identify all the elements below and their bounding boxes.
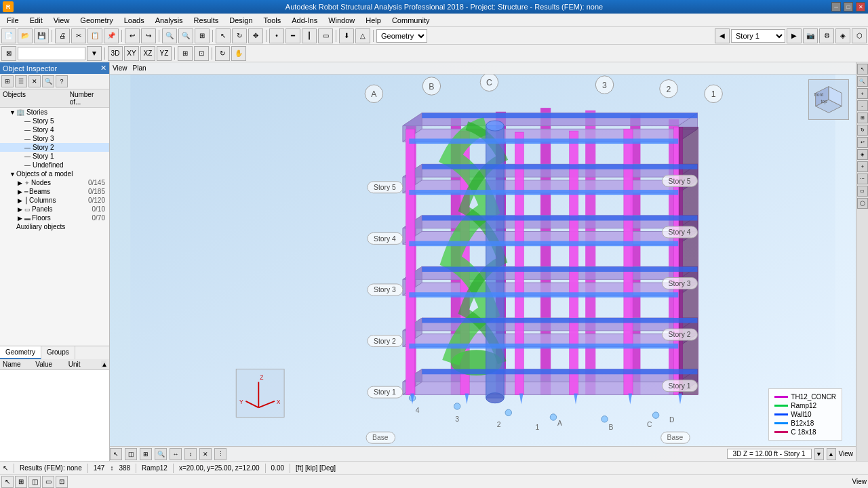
story-dropdown[interactable]: Story 1 bbox=[731, 29, 785, 43]
rp-btn8[interactable]: ◈ bbox=[857, 149, 868, 160]
menu-addins[interactable]: Add-Ins bbox=[286, 15, 323, 26]
rp-btn1[interactable]: ↖ bbox=[857, 64, 868, 75]
support-button[interactable]: △ bbox=[355, 28, 370, 43]
snap-node-btn[interactable]: ⊡ bbox=[194, 46, 209, 61]
viewport[interactable]: View Plan bbox=[110, 62, 856, 461]
scroll-right[interactable]: ▲ bbox=[101, 361, 106, 368]
inspector-close[interactable]: ✕ bbox=[100, 64, 106, 73]
node-button[interactable]: • bbox=[269, 28, 284, 43]
menu-edit[interactable]: Edit bbox=[24, 15, 48, 26]
story-nav-prev[interactable]: ◀ bbox=[715, 28, 730, 43]
zoom-in-button[interactable]: 🔍 bbox=[162, 28, 177, 43]
menu-design[interactable]: Design bbox=[224, 15, 258, 26]
vp-btn8[interactable]: ⋮ bbox=[214, 448, 226, 460]
zoom-all-button[interactable]: ⊞ bbox=[195, 28, 210, 43]
new-button[interactable]: 📄 bbox=[1, 28, 16, 43]
viewyz-btn[interactable]: YZ bbox=[157, 46, 172, 61]
rp-btn12[interactable]: ◯ bbox=[857, 198, 868, 209]
tree-story4[interactable]: — Story 4 bbox=[0, 125, 109, 134]
insp-btn1[interactable]: ⊞ bbox=[1, 75, 14, 87]
vp-btn3[interactable]: ⊞ bbox=[140, 448, 152, 460]
insp-btn3[interactable]: ✕ bbox=[28, 75, 41, 87]
camera-btn[interactable]: 📷 bbox=[803, 28, 818, 43]
rotate3d-btn[interactable]: ↻ bbox=[215, 46, 230, 61]
vp-arrow-up[interactable]: ▲ bbox=[827, 448, 836, 460]
menu-view[interactable]: View bbox=[48, 15, 75, 26]
insp-btn2[interactable]: ☰ bbox=[15, 75, 27, 87]
tree-floors[interactable]: ▶ ▬ Floors 0/70 bbox=[0, 214, 109, 222]
tree-story5[interactable]: — Story 5 bbox=[0, 117, 109, 125]
rp-btn2[interactable]: 🔍 bbox=[857, 76, 868, 87]
insp-search[interactable]: 🔍 bbox=[42, 75, 54, 87]
tab-geometry[interactable]: Geometry bbox=[0, 346, 41, 359]
vp-btn6[interactable]: ↕ bbox=[184, 448, 197, 460]
undo-button[interactable]: ↩ bbox=[125, 28, 140, 43]
vp-btn2[interactable]: ◫ bbox=[125, 448, 137, 460]
tree-undefined[interactable]: — Undefined bbox=[0, 161, 109, 169]
story-nav-next[interactable]: ▶ bbox=[787, 28, 802, 43]
menu-window[interactable]: Window bbox=[323, 15, 360, 26]
tree-story3[interactable]: — Story 3 bbox=[0, 134, 109, 143]
tree-nodes[interactable]: ▶ ✦ Nodes 0/145 bbox=[0, 178, 109, 187]
tree-stories[interactable]: ▼ 🏢 Stories bbox=[0, 108, 109, 117]
view3d-btn[interactable]: 3D bbox=[108, 46, 123, 61]
menu-help[interactable]: Help bbox=[360, 15, 387, 26]
select-button[interactable]: ↖ bbox=[216, 28, 231, 43]
plan-tab[interactable]: Plan bbox=[133, 64, 146, 72]
display-btn[interactable]: ◈ bbox=[835, 28, 850, 43]
zoom-out-button[interactable]: 🔍 bbox=[178, 28, 193, 43]
filter-btn[interactable]: ▼ bbox=[87, 46, 102, 61]
tree-beams[interactable]: ▶ ━ Beams 0/185 bbox=[0, 187, 109, 196]
bt-btn5[interactable]: ⊡ bbox=[56, 476, 68, 488]
tree-story2[interactable]: — Story 2 bbox=[0, 143, 109, 152]
load-button[interactable]: ⬇ bbox=[339, 28, 354, 43]
menu-tools[interactable]: Tools bbox=[258, 15, 287, 26]
vp-btn5[interactable]: ↔ bbox=[170, 448, 182, 460]
menu-community[interactable]: Community bbox=[387, 15, 435, 26]
menu-file[interactable]: File bbox=[1, 15, 24, 26]
pan-btn[interactable]: ✋ bbox=[231, 46, 246, 61]
rp-btn7[interactable]: ↩ bbox=[857, 137, 868, 148]
rp-btn4[interactable]: - bbox=[857, 100, 868, 111]
close-button[interactable]: ✕ bbox=[856, 2, 865, 12]
menu-loads[interactable]: Loads bbox=[119, 15, 150, 26]
rotate-button[interactable]: ↻ bbox=[232, 28, 247, 43]
bt-btn1[interactable]: ↖ bbox=[1, 476, 14, 488]
settings-btn[interactable]: ⚙ bbox=[819, 28, 834, 43]
selection-input[interactable] bbox=[18, 47, 85, 60]
rp-btn5[interactable]: ⊞ bbox=[857, 113, 868, 123]
mode-dropdown[interactable]: Geometry bbox=[376, 29, 427, 43]
maximize-button[interactable]: □ bbox=[844, 2, 853, 12]
bt-btn3[interactable]: ◫ bbox=[28, 476, 41, 488]
view-tab[interactable]: View bbox=[113, 64, 127, 72]
insp-help[interactable]: ? bbox=[56, 75, 68, 87]
tb-btn4[interactable]: 📌 bbox=[104, 28, 119, 43]
beam-button[interactable]: ━ bbox=[285, 28, 300, 43]
viewxz-btn[interactable]: XZ bbox=[140, 46, 155, 61]
panel-button[interactable]: ▭ bbox=[318, 28, 333, 43]
save-button[interactable]: 💾 bbox=[34, 28, 49, 43]
snap-grid-btn[interactable]: ⊞ bbox=[178, 46, 193, 61]
tree-columns[interactable]: ▶ ┃ Columns 0/120 bbox=[0, 196, 109, 205]
vp-btn1[interactable]: ↖ bbox=[110, 448, 122, 460]
render-btn[interactable]: ⬡ bbox=[852, 28, 867, 43]
bt-btn2[interactable]: ⊞ bbox=[15, 476, 27, 488]
tree-auxiliary[interactable]: Auxiliary objects bbox=[0, 222, 109, 231]
bt-btn4[interactable]: ▭ bbox=[42, 476, 54, 488]
rp-btn10[interactable]: ⋯ bbox=[857, 174, 868, 184]
menu-geometry[interactable]: Geometry bbox=[75, 15, 118, 26]
tree-panels[interactable]: ▶ ▭ Panels 0/10 bbox=[0, 205, 109, 214]
tree-objects-model[interactable]: ▼ Objects of a model bbox=[0, 169, 109, 178]
viewxy-btn[interactable]: XY bbox=[124, 46, 139, 61]
menu-analysis[interactable]: Analysis bbox=[150, 15, 189, 26]
rp-btn11[interactable]: ▭ bbox=[857, 186, 868, 197]
rp-btn9[interactable]: ⌖ bbox=[857, 161, 868, 172]
minimize-button[interactable]: ─ bbox=[831, 2, 841, 12]
tb-btn3[interactable]: 📋 bbox=[87, 28, 102, 43]
menu-results[interactable]: Results bbox=[189, 15, 224, 26]
navcube[interactable]: top front bbox=[808, 79, 849, 120]
open-button[interactable]: 📂 bbox=[18, 28, 33, 43]
tree-story1[interactable]: — Story 1 bbox=[0, 152, 109, 161]
redo-button[interactable]: ↪ bbox=[141, 28, 156, 43]
print-button[interactable]: 🖨 bbox=[55, 28, 70, 43]
